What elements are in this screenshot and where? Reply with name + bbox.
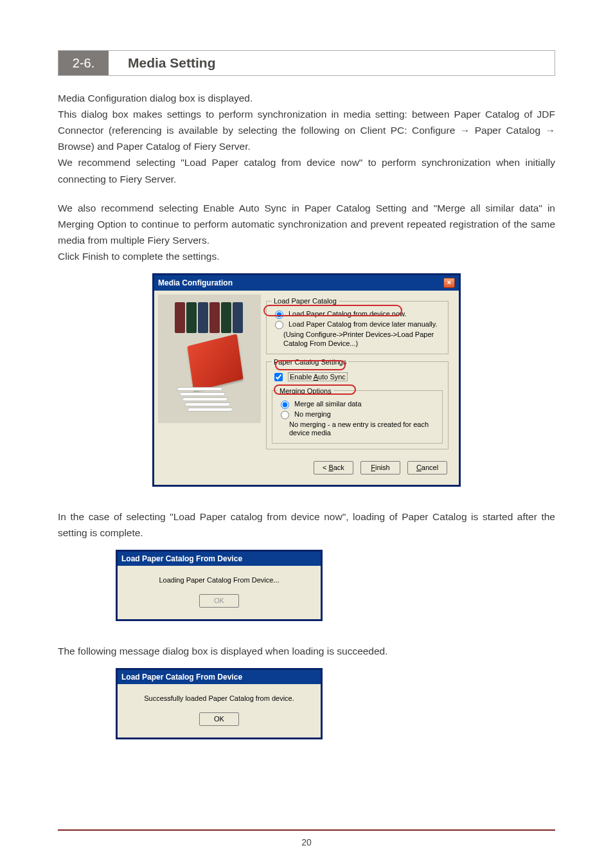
dialog-title: Load Paper Catalog From Device — [121, 673, 242, 682]
text-run: ancel — [422, 464, 438, 471]
section-title: Media Setting — [109, 51, 555, 75]
section-number: 2-6. — [58, 51, 109, 75]
success-dialog: Load Paper Catalog From Device Successfu… — [116, 668, 323, 739]
radio-label: Merge all similar data — [294, 400, 362, 408]
paragraph: Media Configuration dialog box is displa… — [58, 90, 555, 106]
paragraph: This dialog box makes settings to perfor… — [58, 106, 555, 154]
close-icon[interactable]: × — [443, 278, 455, 288]
option-subtext: No merging - a new entry is created for … — [289, 420, 437, 439]
dialog-titlebar: Load Paper Catalog From Device — [118, 552, 321, 566]
text-run: Paper Catalog — [470, 125, 545, 136]
paragraph: Click Finish to complete the settings. — [58, 248, 555, 264]
option-subtext: (Using Configure->Printer Devices->Load … — [283, 330, 443, 348]
mnemonic: C — [416, 464, 422, 471]
dialog-titlebar: Load Paper Catalog From Device — [118, 670, 321, 684]
ok-button[interactable]: OK — [199, 712, 239, 726]
radio-merge-similar[interactable]: Merge all similar data — [278, 400, 437, 409]
mnemonic: B — [328, 464, 333, 471]
group-legend: Load Paper Catalog — [272, 297, 339, 305]
arrow-glyph: → — [460, 125, 470, 136]
paragraph: The following message dialog box is disp… — [58, 643, 555, 659]
text-run: Browse) and Paper Catalog of Fiery Serve… — [58, 141, 251, 152]
dialog-sidebar-image — [158, 294, 261, 423]
paragraph: We recommend selecting "Load Paper catal… — [58, 154, 555, 186]
annotation-circle-icon — [274, 384, 356, 395]
text-run: inish — [375, 464, 390, 471]
radio-input[interactable] — [281, 411, 289, 419]
radio-label: No merging — [294, 410, 331, 418]
paragraph: In the case of selecting "Load Paper cat… — [58, 509, 555, 541]
paragraph: We also recommend selecting Enable Auto … — [58, 200, 555, 248]
checkbox-input[interactable] — [274, 373, 283, 381]
merging-options-group: Merging Options Merge all similar data N… — [272, 387, 443, 444]
ok-button: OK — [199, 594, 239, 608]
finish-button[interactable]: Finish — [360, 461, 400, 475]
cancel-button[interactable]: Cancel — [407, 461, 447, 475]
loading-dialog: Load Paper Catalog From Device Loading P… — [116, 550, 323, 621]
back-button[interactable]: < Back — [314, 461, 353, 475]
radio-label: Load Paper Catalog from device later man… — [289, 320, 438, 328]
dialog-message: Successfully loaded Paper Catalog from d… — [124, 694, 314, 702]
body-text: Media Configuration dialog box is displa… — [58, 90, 555, 264]
text-run: < — [323, 464, 328, 471]
dialog-titlebar: Media Configuration × — [154, 275, 459, 291]
page-number: 20 — [0, 837, 613, 847]
checkbox-enable-auto-sync[interactable]: Enable Auto Sync — [272, 371, 443, 383]
text-run: uto Sync — [318, 373, 346, 381]
radio-input[interactable] — [281, 401, 289, 409]
text-run: ack — [333, 464, 344, 471]
text-run: Enable — [290, 373, 314, 381]
radio-load-later[interactable]: Load Paper Catalog from device later man… — [272, 320, 443, 329]
checkbox-label: Enable Auto Sync — [288, 372, 348, 381]
paper-catalog-settings-group: Paper Catalog Settings Enable Auto Sync … — [266, 358, 449, 450]
dialog-title: Media Configuration — [158, 278, 233, 287]
annotation-circle-icon — [263, 305, 402, 316]
media-configuration-dialog: Media Configuration × — [152, 273, 461, 487]
radio-input[interactable] — [275, 321, 283, 329]
dialog-message: Loading Paper Catalog From Device... — [124, 576, 314, 584]
mnemonic: F — [371, 464, 375, 471]
radio-no-merging[interactable]: No merging — [278, 410, 437, 419]
mnemonic: A — [314, 373, 318, 381]
dialog-title: Load Paper Catalog From Device — [121, 554, 242, 563]
footer-rule — [58, 829, 555, 831]
arrow-glyph: → — [546, 125, 556, 136]
section-header: 2-6. Media Setting — [58, 50, 555, 76]
annotation-circle-icon — [275, 360, 346, 370]
